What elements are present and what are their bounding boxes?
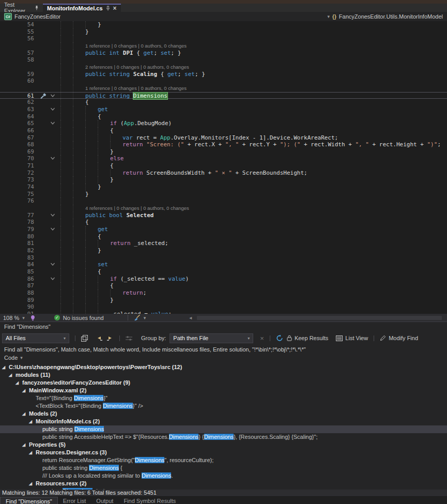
keep-results-button[interactable]: Keep Results (287, 335, 328, 341)
group-by-dropdown[interactable]: Path then File ▾ (169, 333, 253, 343)
quick-actions-screwdriver-icon[interactable] (40, 93, 47, 99)
result-match-row[interactable]: public string AccessibleHelpText => $"{R… (0, 433, 447, 441)
horizontal-scrollbar[interactable] (197, 316, 442, 320)
indent-guide (85, 226, 86, 233)
chevron-down-icon[interactable]: ▾ (328, 14, 330, 19)
list-view-button[interactable]: List View (336, 335, 368, 341)
breadcrumb-project[interactable]: FancyZonesEditor (14, 13, 60, 20)
fold-chevron-icon[interactable] (50, 94, 55, 98)
cleanup-caret-icon[interactable]: ▾ (144, 315, 146, 320)
line-number: 89 (0, 297, 34, 304)
result-group-row[interactable]: ◢Resources.Designer.cs (3) (0, 449, 447, 456)
code-editor[interactable]: 54}55}561 reference | 0 changes | 0 auth… (0, 21, 447, 314)
tab-label: MonitorInfoModel.cs (47, 5, 103, 11)
tree-expanded-icon[interactable]: ◢ (22, 441, 25, 449)
fold-chevron-icon[interactable] (50, 262, 55, 266)
result-group-row[interactable]: ◢MainWindow.xaml (2) (0, 387, 447, 394)
line-number: 62 (0, 99, 34, 106)
code-line: 87{ (0, 282, 447, 289)
indent-guide (73, 99, 73, 106)
result-group-row[interactable]: ◢Models (2) (0, 410, 447, 418)
tab-find-symbol-results[interactable]: Find Symbol Results (118, 497, 181, 504)
tab-output[interactable]: Output (91, 497, 118, 504)
fold-chevron-icon[interactable] (50, 213, 55, 217)
indent-guide (73, 247, 73, 254)
intellicode-icon[interactable] (30, 315, 36, 321)
copy-results-icon[interactable] (81, 335, 88, 342)
result-match-row[interactable]: public static string Dimensions { (0, 464, 447, 472)
pin-icon[interactable] (106, 6, 110, 11)
code-text: { (98, 268, 101, 276)
fold-chevron-icon[interactable] (50, 107, 55, 111)
tab-test-explorer[interactable]: Test Explorer (0, 4, 43, 12)
tree-expanded-icon[interactable]: ◢ (22, 410, 25, 418)
indent-guide (73, 42, 73, 50)
group-label: Models (2) (29, 410, 57, 418)
result-group-row[interactable]: ◢fancyzones\editor\FancyZonesEditor (9) (0, 379, 447, 387)
indent-guide (98, 134, 98, 142)
fold-chevron-icon[interactable] (50, 156, 55, 160)
tab-error-list[interactable]: Error List (58, 497, 91, 504)
tab-find-dimensions[interactable]: Find "Dimensions" (0, 497, 58, 504)
breadcrumb-type-path[interactable]: FancyZonesEditor.Utils.MonitorInfoModel (339, 13, 443, 20)
indent-guide (98, 127, 98, 134)
tree-expanded-icon[interactable]: ◢ (22, 387, 25, 394)
indent-guide (73, 197, 73, 205)
fold-chevron-icon[interactable] (50, 277, 55, 281)
indent-guide (60, 64, 61, 71)
indent-guide (73, 148, 73, 156)
indent-guide (60, 197, 61, 205)
result-match-row[interactable]: Text="{Binding Dimensions}" (0, 394, 447, 402)
find-results-tree[interactable]: ◢C:\Users\zhaopengwang\Desktop\powertoys… (0, 362, 447, 490)
line-number: 84 (0, 261, 34, 268)
code-text: public string Dimensions (85, 93, 167, 100)
tree-expanded-icon[interactable]: ◢ (9, 371, 12, 379)
hscroll-left-arrow[interactable]: ◂ (189, 315, 192, 320)
collapse-all-icon[interactable] (96, 335, 103, 341)
result-group-row[interactable]: ◢MonitorInfoModel.cs (2) (0, 418, 447, 425)
issues-status[interactable]: No issues found (63, 315, 104, 321)
zoom-caret-icon[interactable]: ▾ (22, 315, 25, 320)
zoom-level[interactable]: 108 % (3, 315, 19, 321)
indent-guide (60, 261, 61, 268)
code-line: 88return; (0, 289, 447, 297)
code-text: public int DPI { get; set; } (85, 50, 181, 57)
tree-expanded-icon[interactable]: ◢ (16, 379, 19, 387)
line-number: 68 (0, 141, 34, 148)
refresh-icon[interactable] (276, 334, 283, 342)
tree-expanded-icon[interactable]: ◢ (2, 363, 5, 371)
tree-expanded-icon[interactable]: ◢ (29, 449, 32, 456)
result-group-row[interactable]: ◢modules (11) (0, 371, 447, 379)
result-match-row[interactable]: return ResourceManager.GetString("Dimens… (0, 456, 447, 464)
pin-icon[interactable] (35, 5, 39, 10)
code-line: 89} (0, 297, 447, 304)
result-group-row[interactable]: ◢C:\Users\zhaopengwang\Desktop\powertoys… (0, 363, 447, 371)
code-line: 72return ScreenBoundsWidth + " × " + Scr… (0, 170, 447, 177)
modify-find-button[interactable]: Modify Find (380, 335, 418, 341)
result-match-row[interactable]: public string Dimensions (0, 425, 447, 433)
fold-chevron-icon[interactable] (50, 227, 55, 231)
line-number: 56 (0, 35, 34, 42)
result-match-row[interactable]: /// Looks up a localized string similar … (0, 472, 447, 480)
result-group-row[interactable]: ◢Properties (5) (0, 441, 447, 449)
tree-expanded-icon[interactable]: ◢ (29, 418, 32, 425)
expand-all-icon[interactable] (106, 335, 114, 341)
search-match-highlight: Dimensions (89, 465, 118, 471)
codelens-line[interactable]: 2 references | 0 changes | 0 authors, 0 … (0, 64, 447, 71)
scope-dropdown[interactable]: All Files ▾ (2, 333, 69, 343)
code-cleanup-broom-icon[interactable] (133, 314, 141, 321)
line-number: 75 (0, 191, 34, 198)
codelens-line[interactable]: 1 reference | 0 changes | 0 authors, 0 c… (0, 42, 447, 50)
fold-chevron-icon[interactable] (50, 121, 55, 125)
code-filter-dropdown[interactable]: Code ▾ (4, 355, 23, 361)
close-icon[interactable]: × (113, 6, 117, 11)
codelens-line[interactable]: 1 reference | 0 changes | 0 authors, 0 c… (0, 85, 447, 92)
tree-expanded-icon[interactable]: ◢ (29, 480, 32, 487)
codelens-line[interactable]: 4 references | 0 changes | 0 authors, 0 … (0, 205, 447, 212)
line-number: 54 (0, 21, 34, 28)
result-group-row[interactable]: ◢Resources.resx (2) (0, 480, 447, 487)
result-match-row[interactable]: <TextBlock Text="{Binding Dimensions}" /… (0, 402, 447, 410)
tab-monitorinfomodel[interactable]: MonitorInfoModel.cs × (43, 4, 121, 12)
code-text: } (98, 21, 101, 28)
divider (75, 335, 75, 341)
